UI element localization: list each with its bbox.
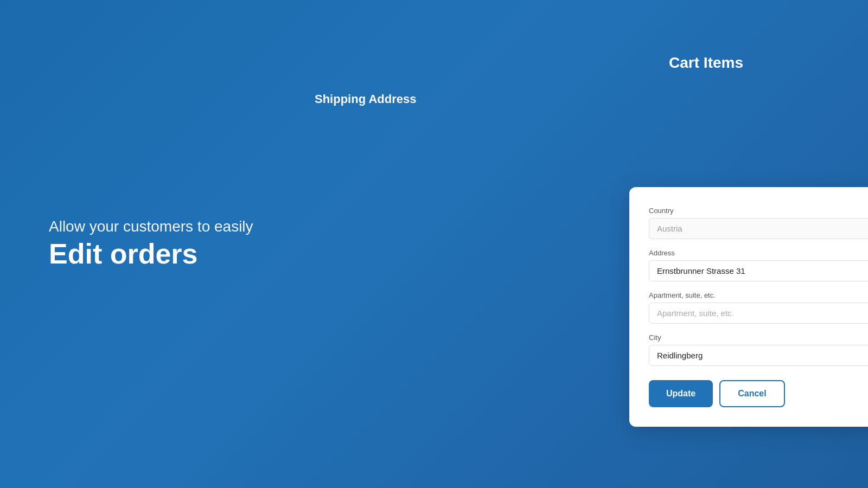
hero-subtitle: Allow your customers to easily [49, 218, 253, 235]
shipping-section-title: Shipping Address [315, 92, 580, 106]
city-field-group: City [649, 333, 868, 376]
apartment-input[interactable] [649, 303, 868, 324]
hero-section: Allow your customers to easily Edit orde… [49, 218, 253, 269]
shipping-cancel-button[interactable]: Cancel [719, 380, 784, 407]
country-field-group: Country [649, 207, 868, 249]
shipping-address-card: Country Address Apartment, suite, etc. C… [629, 187, 868, 427]
city-label: City [649, 333, 868, 342]
shipping-button-row: Update Cancel [649, 380, 868, 407]
apartment-field-group: Apartment, suite, etc. [649, 291, 868, 333]
country-label: Country [649, 207, 868, 215]
address-field-group: Address [649, 249, 868, 291]
cart-section-title: Cart Items [669, 54, 743, 72]
city-input[interactable] [649, 345, 868, 366]
country-input[interactable] [649, 218, 868, 239]
apartment-label: Apartment, suite, etc. [649, 291, 868, 299]
shipping-update-button[interactable]: Update [649, 380, 713, 407]
address-input[interactable] [649, 260, 868, 281]
hero-title: Edit orders [49, 239, 253, 269]
address-label: Address [649, 249, 868, 257]
